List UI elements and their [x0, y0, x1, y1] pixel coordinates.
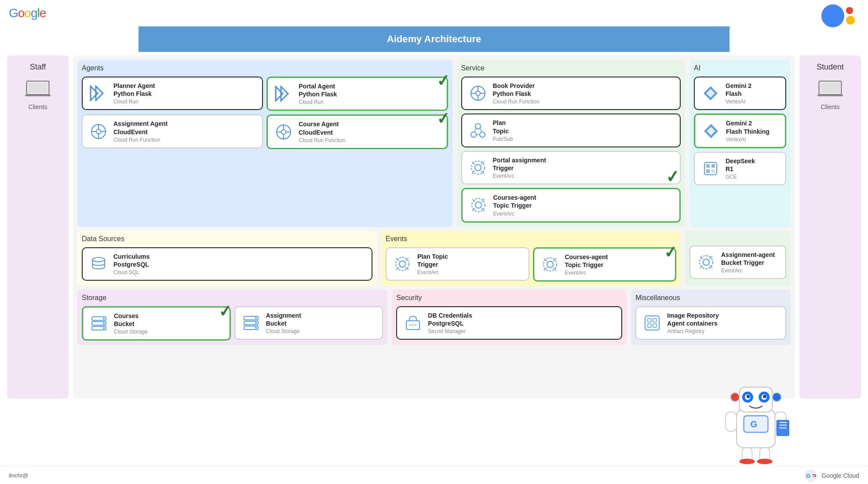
course-agent-content: Course AgentCloudEvent Cloud Run Functio… [299, 120, 345, 143]
assign-bucket-trigger-card[interactable]: Assignment-agentBucket Trigger EventArc [689, 246, 786, 279]
svg-rect-51 [711, 169, 715, 173]
deepseek-icon [701, 159, 720, 178]
courses-bucket-content: CoursesBucket Cloud Storage [114, 312, 148, 335]
portal-agent-content: Portal AgentPython Flask Cloud Run [299, 82, 337, 105]
assign-bucket-trigger-content: Assignment-agentBucket Trigger EventArc [721, 251, 775, 274]
deepseek-content: DeepSeekR1 GCE [726, 157, 755, 180]
db-credentials-card[interactable]: *** DB CredentialsPostgreSQL Secret Mana… [396, 306, 622, 340]
assign-bucket-trigger-sub: EventArc [721, 268, 775, 274]
svg-rect-88 [648, 324, 651, 327]
courses-agent-trigger-title: Courses-agentTopic Trigger [565, 253, 608, 269]
deepseek-title: DeepSeekR1 [726, 157, 755, 173]
svg-rect-85 [645, 316, 659, 330]
svg-point-102 [773, 393, 781, 402]
gemini-thinking-content: Gemini 2Flash Thinking VertexAI [726, 119, 770, 142]
staff-laptop-icon [25, 81, 51, 98]
courses-bucket-checkmark: ✓ [218, 303, 232, 320]
svg-text:G: G [806, 473, 810, 479]
security-section: Security *** DB CredentialsPostgreSQL Se… [392, 290, 627, 345]
gemini-flash-content: Gemini 2Flash VertexAI [726, 82, 751, 105]
svg-point-110 [757, 459, 773, 465]
course-agent-card[interactable]: Course AgentCloudEvent Cloud Run Functio… [266, 114, 448, 149]
google-logo: Google [9, 6, 46, 20]
gemini-thinking-title: Gemini 2Flash Thinking [726, 119, 770, 135]
svg-text:***: *** [409, 323, 417, 328]
gemini-thinking-icon [701, 121, 721, 141]
gemini-flash-title: Gemini 2Flash [726, 82, 751, 98]
courses-agent-trigger-card[interactable]: Courses-agentTopic Trigger EventArc [533, 247, 677, 282]
storage-section: Storage [77, 290, 387, 345]
agents-title: Agents [82, 64, 448, 72]
svg-rect-48 [706, 164, 710, 168]
top-bar: Google [0, 0, 868, 26]
image-repo-sub: Artifact Registry [667, 328, 718, 334]
planner-agent-wrapper: Planner AgentPython Flask Cloud Run [82, 77, 263, 111]
plan-topic-trigger-card[interactable]: Plan TopicTrigger EventArc [386, 247, 529, 281]
svg-point-52 [92, 257, 105, 262]
svg-line-28 [474, 128, 476, 132]
svg-marker-5 [276, 87, 283, 101]
service-title: Service [461, 64, 681, 72]
assignment-bucket-title: AssignmentBucket [266, 312, 301, 327]
plan-topic-trigger-content: Plan TopicTrigger EventArc [417, 253, 448, 275]
svg-point-8 [96, 129, 101, 134]
gemini-flash-sub: VertexAI [726, 99, 751, 105]
staff-title: Staff [30, 62, 46, 72]
svg-rect-2 [25, 95, 51, 96]
deepseek-card[interactable]: DeepSeekR1 GCE [694, 152, 786, 185]
portal-agent-card[interactable]: Portal AgentPython Flask Cloud Run [266, 77, 448, 111]
db-credentials-title: DB CredentialsPostgreSQL [428, 312, 472, 327]
svg-line-33 [472, 161, 475, 165]
image-repo-title: Image RepositoryAgent containers [667, 312, 718, 327]
portal-trigger-wrapper: Portal assignmentTrigger EventArc ✓ [461, 151, 681, 184]
courses-trigger-card[interactable]: Courses-agentTopic Trigger EventArc [461, 188, 681, 222]
curriculums-card[interactable]: CurriculumsPostgreSQL Cloud SQL [82, 247, 372, 281]
portal-trigger-card[interactable]: Portal assignmentTrigger EventArc [461, 151, 681, 184]
plan-topic-trigger-icon [393, 254, 412, 274]
planner-agent-sub: Cloud Run [113, 99, 155, 105]
curriculums-sub: Cloud SQL [113, 269, 150, 275]
misc-section: Miscellaneous Image RepositoryAgent cont… [631, 290, 791, 345]
book-api-icon [468, 84, 488, 103]
svg-point-27 [480, 132, 485, 137]
assistant-circle [821, 4, 844, 27]
plan-topic-sub: Pub/Sub [493, 136, 513, 142]
assignment-agent-content: Assignment AgentCloudEvent Cloud Run Fun… [113, 120, 168, 143]
svg-line-61 [544, 258, 547, 261]
google-cloud-icon: G [804, 469, 818, 483]
svg-point-38 [475, 202, 481, 208]
assistant-dots [846, 7, 855, 25]
svg-point-76 [103, 327, 105, 329]
portal-trigger-icon [468, 158, 488, 177]
staff-clients-label: Clients [29, 103, 47, 110]
svg-point-100 [763, 395, 766, 399]
book-provider-card[interactable]: Book ProviderPython Flask Cloud Run Func… [461, 77, 681, 110]
svg-rect-87 [653, 319, 656, 322]
gemini-flash-card[interactable]: Gemini 2Flash VertexAI [694, 77, 786, 110]
footer: linchr@ G Google Cloud [0, 466, 868, 484]
courses-agent-trigger-icon [540, 255, 560, 274]
plan-topic-trigger-wrapper: Plan TopicTrigger EventArc [386, 247, 529, 282]
plan-topic-card[interactable]: PlanTopic Pub/Sub [461, 114, 681, 147]
staff-sidebar: Staff Clients [7, 55, 69, 399]
assignment-bucket-card[interactable]: AssignmentBucket Cloud Storage [234, 306, 383, 340]
svg-rect-1 [28, 83, 47, 93]
courses-storage-icon [89, 314, 109, 333]
image-repo-card[interactable]: Image RepositoryAgent containers Artifac… [635, 306, 786, 340]
portal-trigger-sub: EventArc [493, 173, 546, 179]
assignment-agent-title: Assignment AgentCloudEvent [113, 120, 168, 136]
svg-point-109 [740, 459, 755, 465]
plan-topic-trigger-sub: EventArc [417, 269, 448, 275]
chevron-icon [89, 84, 108, 103]
dot-yellow [846, 16, 855, 25]
events-section: Events [381, 231, 681, 286]
gemini-thinking-card[interactable]: Gemini 2Flash Thinking VertexAI [694, 114, 786, 148]
courses-agent-trigger-wrapper: Courses-agentTopic Trigger EventArc ✓ [533, 247, 677, 282]
courses-bucket-card[interactable]: CoursesBucket Cloud Storage [82, 306, 231, 341]
assignment-storage-icon [241, 313, 261, 333]
ai-section: AI Gemini 2Flash VertexAI [689, 60, 791, 227]
courses-agent-trigger-sub: EventArc [565, 270, 608, 276]
assignment-agent-card[interactable]: Assignment AgentCloudEvent Cloud Run Fun… [82, 114, 263, 148]
planner-agent-card[interactable]: Planner AgentPython Flask Cloud Run [82, 77, 263, 110]
svg-rect-89 [653, 324, 656, 327]
